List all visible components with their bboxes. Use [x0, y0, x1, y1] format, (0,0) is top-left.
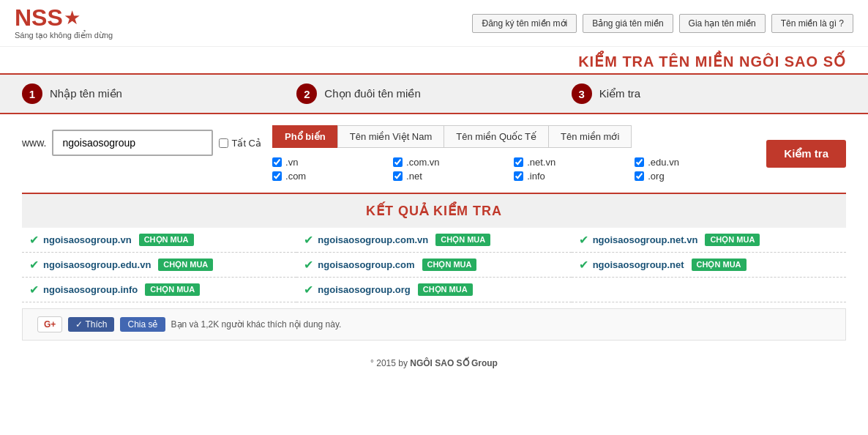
step-label-3: Kiểm tra	[599, 87, 641, 100]
step-2: 2Chọn đuôi tên miền	[296, 83, 571, 104]
step-1: 1Nhập tên miền	[22, 83, 296, 104]
check-button[interactable]: Kiểm tra	[766, 140, 846, 168]
domain-name: ngoisaosogroup.vn	[43, 234, 132, 245]
domain-name: ngoisaosogroup.net	[593, 259, 684, 270]
logo-area: NSS ★ Sáng tạo không điểm dừng	[15, 6, 113, 40]
checkbox-vn[interactable]	[272, 157, 282, 167]
steps-bar: 1Nhập tên miền2Chọn đuôi tên miền3Kiểm t…	[0, 73, 868, 114]
input-area: www. Tất Cả	[22, 125, 261, 156]
footer-text: ° 2015 by NGÔI SAO SỐ Group	[370, 358, 498, 368]
check-icon: ✔	[304, 233, 313, 247]
checkbox-com[interactable]	[272, 171, 282, 181]
step-number-1: 1	[22, 83, 42, 104]
domain-name: ngoisaosogroup.com	[318, 259, 414, 270]
checkbox-label: .vn	[285, 157, 298, 168]
checkbox-item[interactable]: .com.vn	[393, 157, 506, 168]
table-cell: ✔ngoisaosogroup.infoCHỌN MUA	[22, 278, 296, 302]
header-nav-button[interactable]: Đăng ký tên miền mới	[472, 14, 577, 33]
checkbox-edu.vn[interactable]	[635, 157, 644, 167]
domain-name: ngoisaosogroup.net.vn	[593, 234, 698, 245]
checkbox-item[interactable]: .net	[393, 171, 506, 182]
result-item: ✔ngoisaosogroup.infoCHỌN MUA	[29, 283, 289, 297]
buy-button[interactable]: CHỌN MUA	[139, 234, 194, 246]
like-button[interactable]: ✓ Thích	[68, 317, 114, 332]
check-icon: ✔	[29, 258, 39, 272]
tat-ca-checkbox[interactable]	[219, 138, 228, 148]
table-cell: ✔ngoisaosogroup.orgCHỌN MUA	[296, 278, 571, 302]
step-number-3: 3	[572, 83, 592, 104]
domain-name: ngoisaosogroup.org	[318, 284, 410, 295]
checkbox-item[interactable]: .info	[514, 171, 627, 182]
table-row: ✔ngoisaosogroup.vnCHỌN MUA✔ngoisaosogrou…	[22, 228, 846, 253]
check-icon: ✔	[579, 233, 588, 247]
check-icon: ✔	[304, 283, 313, 297]
checkbox-net.vn[interactable]	[514, 157, 523, 167]
buy-button[interactable]: CHỌN MUA	[705, 234, 760, 246]
tat-ca-label[interactable]: Tất Cả	[219, 138, 261, 149]
buy-button[interactable]: CHỌN MUA	[418, 283, 473, 296]
buy-button[interactable]: CHỌN MUA	[422, 259, 477, 271]
buy-button[interactable]: CHỌN MUA	[692, 259, 747, 271]
checkbox-item[interactable]: .vn	[272, 157, 386, 168]
checkbox-label: .edu.vn	[648, 157, 679, 168]
table-cell: ✔ngoisaosogroup.com.vnCHỌN MUA	[296, 228, 571, 253]
header-nav-button[interactable]: Tên miền là gì ?	[771, 14, 853, 33]
header-nav-button[interactable]: Bảng giá tên miền	[583, 14, 673, 33]
table-cell: ✔ngoisaosogroup.vnCHỌN MUA	[22, 228, 296, 253]
checkbox-org[interactable]	[635, 171, 644, 181]
domain-input[interactable]	[52, 130, 213, 156]
checkbox-label: .net	[406, 171, 422, 182]
step-label-2: Chọn đuôi tên miền	[324, 87, 420, 100]
buy-button[interactable]: CHỌN MUA	[435, 234, 490, 246]
header-nav-button[interactable]: Gia hạn tên miền	[679, 14, 766, 33]
result-item: ✔ngoisaosogroup.edu.vnCHỌN MUA	[29, 258, 289, 272]
buy-button[interactable]: CHỌN MUA	[145, 283, 200, 296]
result-item: ✔ngoisaosogroup.netCHỌN MUA	[579, 258, 839, 272]
table-cell: ✔ngoisaosogroup.comCHỌN MUA	[296, 253, 571, 278]
tab-tênmiềnviệtnam[interactable]: Tên miền Việt Nam	[337, 125, 445, 148]
domain-name: ngoisaosogroup.edu.vn	[43, 259, 151, 270]
gplus-icon: G+	[44, 319, 56, 330]
checkbox-info[interactable]	[514, 171, 523, 181]
header: NSS ★ Sáng tạo không điểm dừng Đăng ký t…	[0, 0, 868, 47]
result-item: ✔ngoisaosogroup.comCHỌN MUA	[304, 258, 564, 272]
table-cell: ✔ngoisaosogroup.netCHỌN MUA	[572, 253, 846, 278]
checkbox-com.vn[interactable]	[393, 157, 403, 167]
checkbox-item[interactable]: .org	[635, 171, 748, 182]
check-icon: ✔	[29, 283, 39, 297]
checkbox-label: .com	[285, 171, 306, 182]
checkbox-item[interactable]: .net.vn	[514, 157, 627, 168]
tabs-section: Phổ biếnTên miền Việt NamTên miền Quốc T…	[272, 125, 748, 182]
gplus-button[interactable]: G+	[37, 316, 62, 332]
table-cell: ✔ngoisaosogroup.net.vnCHỌN MUA	[572, 228, 846, 253]
page-title: KIỂM TRA TÊN MIỀN NGÔI SAO SỐ	[22, 53, 846, 70]
checkbox-net[interactable]	[393, 171, 403, 181]
tabs: Phổ biếnTên miền Việt NamTên miền Quốc T…	[272, 125, 748, 148]
check-icon: ✔	[304, 258, 313, 272]
checkbox-grid: .vn.com.vn.net.vn.edu.vn.com.net.info.or…	[272, 157, 748, 182]
checkbox-item[interactable]: .com	[272, 171, 386, 182]
results-section: KẾT QUẢ KIỂM TRA ✔ngoisaosogroup.vnCHỌN …	[22, 194, 846, 302]
checkbox-item[interactable]: .edu.vn	[635, 157, 748, 168]
checkbox-label: .net.vn	[527, 157, 555, 168]
social-bar: G+ ✓ Thích Chia sẻ Bạn và 1,2K người khá…	[22, 308, 846, 341]
table-row: ✔ngoisaosogroup.infoCHỌN MUA✔ngoisaosogr…	[22, 278, 846, 302]
social-text: Bạn và 1,2K người khác thích nội dung nà…	[171, 319, 342, 330]
table-cell: ✔ngoisaosogroup.edu.vnCHỌN MUA	[22, 253, 296, 278]
logo-subtitle: Sáng tạo không điểm dừng	[15, 31, 113, 40]
footer-brand: NGÔI SAO SỐ Group	[410, 358, 498, 368]
check-icon: ✔	[29, 233, 39, 247]
main-content: www. Tất Cả Phổ biếnTên miền Việt NamTên…	[0, 114, 868, 193]
buy-button[interactable]: CHỌN MUA	[158, 259, 213, 271]
tat-ca-text: Tất Cả	[231, 138, 261, 149]
tab-phổbiến[interactable]: Phổ biến	[272, 125, 338, 148]
share-button[interactable]: Chia sẻ	[120, 317, 165, 332]
result-item: ✔ngoisaosogroup.orgCHỌN MUA	[304, 283, 564, 297]
domain-name: ngoisaosogroup.com.vn	[318, 234, 428, 245]
logo-star-icon: ★	[64, 8, 81, 27]
table-cell	[572, 278, 846, 302]
tab-tênmiềnquốctế[interactable]: Tên miền Quốc Tế	[444, 125, 549, 148]
results-table: ✔ngoisaosogroup.vnCHỌN MUA✔ngoisaosogrou…	[22, 228, 846, 302]
tab-tênmiềnmới[interactable]: Tên miền mới	[548, 125, 632, 148]
result-item: ✔ngoisaosogroup.vnCHỌN MUA	[29, 233, 289, 247]
